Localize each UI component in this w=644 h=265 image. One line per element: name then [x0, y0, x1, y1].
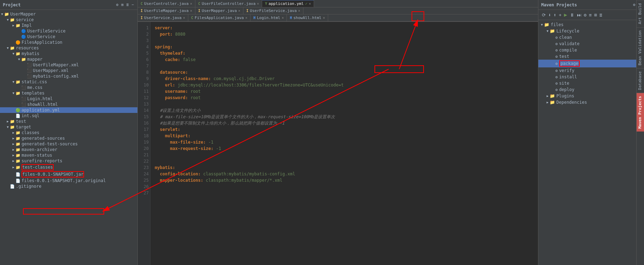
tree-item-impl[interactable]: ▶📁Impl	[0, 23, 137, 28]
maven-folder-icon-files-root: 📁	[544, 22, 549, 27]
maven-item-site[interactable]: ⚙site	[538, 80, 644, 86]
maven-item-compile[interactable]: ⚙compile	[538, 47, 644, 53]
tree-item-usermapper-xml[interactable]: ⬛UserMapper.xml	[0, 68, 137, 73]
file-icon-int-sql: 📄	[16, 114, 20, 118]
tab-UserFileService-java[interactable]: IUserFileService.java×	[243, 7, 303, 14]
line-number-5: 5	[139, 50, 149, 56]
maven-download-btn[interactable]: ⬇	[548, 12, 552, 18]
tree-item-application-yaml[interactable]: 🟢application.yml	[0, 107, 137, 113]
tab-label: showAll.html	[294, 16, 321, 20]
tree-item-usermapper[interactable]: ▼📁UserMapper	[0, 11, 137, 17]
maven-run-btn[interactable]: ▶	[563, 11, 568, 18]
tab-application-yml[interactable]: Yapplication.yml✓×	[262, 0, 314, 7]
maven-item-dependencies[interactable]: ▶📁Dependencies	[538, 99, 644, 106]
side-tab-bean-validation[interactable]: Bean Validation	[637, 27, 644, 68]
maven-upload-btn[interactable]: ⬆	[553, 12, 557, 18]
tree-item-maven-status[interactable]: ▶📁maven-status	[0, 152, 137, 158]
tree-item-mybatis[interactable]: ▼📁mybatis	[0, 51, 137, 56]
tab-UserMapper-java[interactable]: IUserMapper.java×	[195, 7, 243, 14]
tree-item-userfilemapper-xml[interactable]: ⬛UserFileMapper.xml	[0, 62, 137, 68]
tab-UserFileController-java[interactable]: CUserFileController.java×	[195, 0, 262, 7]
tree-item-int-sql[interactable]: 📄int.sql	[0, 113, 137, 119]
code-line-23: mybatis:	[155, 164, 534, 171]
maven-skip-btn[interactable]: ⏭	[576, 12, 582, 18]
settings-icon[interactable]: ⚙	[116, 2, 119, 7]
tree-item-showall-html[interactable]: ⬛showAll.html	[0, 102, 137, 107]
maven-list-btn[interactable]: ≡	[588, 12, 592, 18]
side-tab-database[interactable]: Database	[637, 68, 644, 93]
maven-item-verify[interactable]: ⚙verify	[538, 67, 644, 74]
code-area[interactable]: server: port: 8080spring: thymeleaf: cac…	[150, 22, 538, 265]
maven-menu-btn[interactable]: ≣	[599, 12, 603, 18]
tab-close-btn[interactable]: ×	[183, 16, 185, 20]
tree-item-static-css[interactable]: ▼📁static.css	[0, 79, 137, 85]
tree-item-resources[interactable]: ▼📁resources	[0, 45, 137, 51]
tab-close-btn[interactable]: ×	[323, 16, 325, 20]
file-icon-userfilemapper-xml: ⬛	[27, 63, 32, 67]
folder-icon-surefire-reports: 📁	[16, 159, 20, 163]
maven-item-plugins[interactable]: ▶📁Plugins	[538, 93, 644, 99]
maven-add-btn[interactable]: +	[558, 12, 562, 18]
tree-item-userfileservice[interactable]: 🔵UserFileService	[0, 28, 137, 34]
tab-UserFileMapper-java[interactable]: IUserFileMapper.java×	[138, 7, 195, 14]
maven-settings-icon[interactable]: ⚙	[632, 2, 636, 7]
tree-item-generated-sources[interactable]: ▶📁generated-sources	[0, 135, 137, 141]
tab-FilesApplication-java[interactable]: CFilesApplication.java×	[188, 14, 250, 21]
tab-close-btn[interactable]: ×	[245, 16, 247, 20]
maven-gear-icon-verify: ⚙	[555, 68, 558, 73]
tab-UserService-java[interactable]: IUserService.java×	[138, 14, 188, 21]
maven-item-test[interactable]: ⚙test	[538, 53, 644, 60]
tab-close-btn[interactable]: ×	[282, 16, 284, 20]
tree-item-generated-test-sources[interactable]: ▶📁generated-test-sources	[0, 141, 137, 147]
maven-item-package[interactable]: ⚙package	[538, 60, 644, 67]
tree-item-test[interactable]: ▶📁test	[0, 119, 137, 124]
tree-item-maven-archiver[interactable]: ▶📁maven-archiver	[0, 147, 137, 152]
tab-close-btn[interactable]: ×	[190, 9, 192, 13]
code-line-8: datasource:	[155, 69, 534, 76]
tab-close-btn[interactable]: ×	[238, 9, 240, 13]
close-icon[interactable]: −	[131, 2, 135, 7]
maven-item-install[interactable]: ⚙install	[538, 74, 644, 80]
maven-item-lifecycle[interactable]: ▼📁Lifecycle	[538, 28, 644, 34]
maven-item-deploy[interactable]: ⚙deploy	[538, 86, 644, 93]
tree-item-templates[interactable]: ▼📁templates	[0, 90, 137, 96]
maven-grid-btn[interactable]: ⊞	[593, 12, 598, 18]
maven-item-files-root[interactable]: ▼📁files	[538, 22, 644, 28]
tree-item-classes[interactable]: ▶📁classes	[0, 130, 137, 135]
tree-item-target[interactable]: ▼📁target	[0, 124, 137, 130]
tab-close-btn[interactable]: ×	[298, 9, 300, 13]
tree-item-jar-file[interactable]: 📄files-0.0.1-SNAPSHOT.jar	[0, 171, 137, 178]
tree-item-filesapplication[interactable]: 🟠FilesApplication	[0, 40, 137, 45]
tree-item-login-html[interactable]: ⬛Login.html	[0, 96, 137, 102]
tab-close-btn[interactable]: ×	[190, 2, 192, 6]
side-tab-art-build[interactable]: Art Build	[637, 0, 644, 27]
tree-item-test-classes[interactable]: ▶📁test-classes	[0, 164, 137, 171]
tab-UserController-java[interactable]: CUserController.java×	[138, 0, 195, 7]
tree-item-mapper[interactable]: ▼📁mapper	[0, 56, 137, 62]
tab-showAll-html[interactable]: HshowAll.html×	[287, 14, 328, 21]
tree-label-jar-original: files-0.0.1-SNAPSHOT.jar.original	[22, 178, 106, 183]
code-line-15: # max-file-size=10Mb是设置单个文件的大小，max-reque…	[155, 114, 534, 120]
tab-close-btn[interactable]: ×	[257, 2, 259, 6]
tree-item-service[interactable]: ▼📁service	[0, 17, 137, 23]
tree-item-gitignore[interactable]: 📄.gitignore	[0, 183, 137, 189]
code-line-7	[155, 63, 534, 69]
side-tab-maven[interactable]: Maven Projects	[637, 93, 644, 132]
tree-item-userservice[interactable]: 🔵UserService	[0, 34, 137, 40]
maven-item-clean[interactable]: ⚙clean	[538, 34, 644, 41]
maven-item-validate[interactable]: ⚙validate	[538, 41, 644, 47]
tab-close-btn[interactable]: ×	[309, 2, 311, 6]
more-icon[interactable]: ≣	[126, 2, 130, 7]
layout-icon[interactable]: ⊞	[120, 2, 124, 7]
maven-refresh-btn[interactable]: ⟳	[541, 12, 546, 18]
tree-item-surefire-reports[interactable]: ▶📁surefire-reports	[0, 158, 137, 164]
maven-pause-btn[interactable]: ⏸	[569, 12, 575, 18]
tree-item-me-css[interactable]: ⬛me.css	[0, 85, 137, 90]
maven-config-btn[interactable]: ⚙	[583, 12, 587, 18]
line-number-17: 17	[139, 126, 149, 133]
tree-item-mybatis-config[interactable]: ⬛mybatis-config.xml	[0, 73, 137, 79]
code-line-19: max-file-size: -1	[155, 139, 534, 145]
tree-item-jar-original[interactable]: 📄files-0.0.1-SNAPSHOT.jar.original	[0, 178, 137, 183]
code-line-14: #设置上传文件的大小	[155, 107, 534, 114]
tab-Login-html[interactable]: HLogin.html×	[250, 14, 287, 21]
